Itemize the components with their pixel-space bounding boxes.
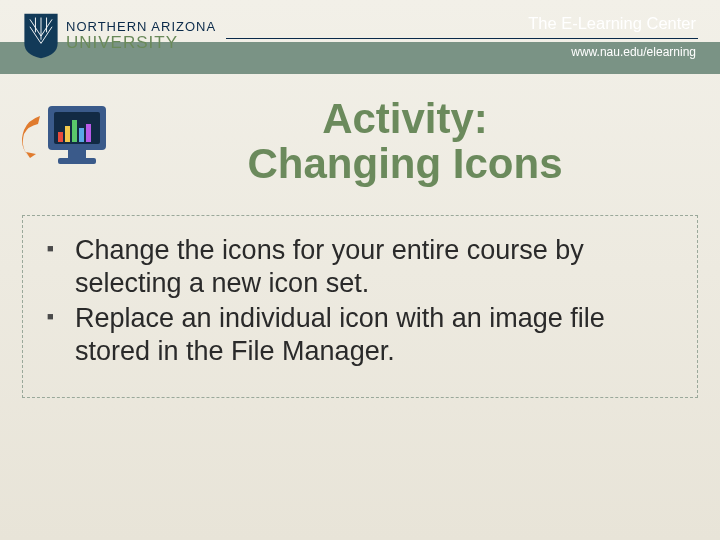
svg-rect-7 [79, 128, 84, 142]
slide-header: NORTHERN ARIZONA UNIVERSITY The E-Learni… [0, 0, 720, 78]
svg-rect-4 [58, 132, 63, 142]
nau-shield-icon [22, 12, 60, 60]
nau-logo: NORTHERN ARIZONA UNIVERSITY [22, 12, 216, 60]
svg-rect-6 [72, 120, 77, 142]
activity-monitor-icon [18, 98, 118, 176]
content-box: Change the icons for your entire course … [22, 215, 698, 399]
logo-text-top: NORTHERN ARIZONA [66, 20, 216, 34]
svg-rect-2 [68, 150, 86, 158]
svg-rect-5 [65, 126, 70, 142]
list-item: Replace an individual icon with an image… [47, 302, 673, 368]
list-item: Change the icons for your entire course … [47, 234, 673, 300]
svg-rect-3 [58, 158, 96, 164]
slide-title-line1: Activity: [322, 95, 488, 142]
bullet-list: Change the icons for your entire course … [47, 234, 673, 368]
slide-title-line2: Changing Icons [248, 140, 563, 187]
logo-text-bottom: UNIVERSITY [66, 34, 216, 52]
elearning-center-title: The E-Learning Center [528, 14, 696, 33]
svg-rect-8 [86, 124, 91, 142]
elearning-url: www.nau.edu/elearning [528, 45, 696, 59]
